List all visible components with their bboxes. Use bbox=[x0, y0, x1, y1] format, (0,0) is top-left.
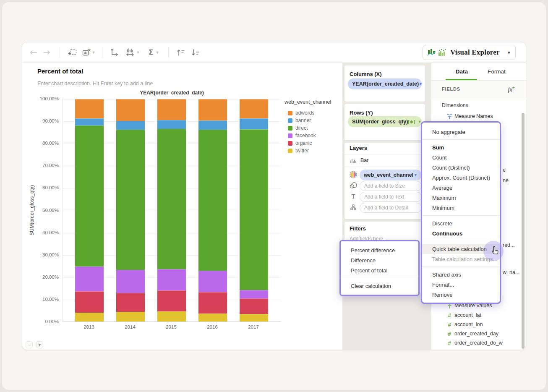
stacked-bar-2014[interactable] bbox=[116, 99, 145, 321]
menu-item-no-aggregate[interactable]: No aggregate bbox=[422, 127, 500, 137]
text-shelf-input[interactable]: Add a field to Text bbox=[360, 192, 422, 202]
bar-segment-twitter[interactable] bbox=[157, 311, 186, 321]
bar-segment-direct[interactable] bbox=[75, 125, 104, 266]
menu-item-average[interactable]: Average bbox=[422, 183, 500, 193]
size-shelf-input[interactable]: Add a field to Size bbox=[360, 181, 422, 191]
add-calculated-field-icon[interactable]: fx+ bbox=[508, 85, 515, 93]
menu-item-shared-axis[interactable]: Shared axis bbox=[422, 269, 500, 280]
bar-segment-organic[interactable] bbox=[240, 298, 268, 314]
bar-segment-direct[interactable] bbox=[198, 130, 227, 270]
bar-segment-facebook[interactable] bbox=[198, 271, 227, 292]
bar-segment-organic[interactable] bbox=[75, 291, 104, 313]
field-order_created_day[interactable]: #order_created_day bbox=[444, 329, 498, 338]
field-account_lat[interactable]: #account_lat bbox=[444, 311, 481, 320]
legend-item-direct[interactable]: direct bbox=[288, 124, 316, 132]
number-icon: # bbox=[444, 312, 454, 319]
menu-item-count[interactable]: Count bbox=[422, 152, 500, 162]
bar-segment-direct[interactable] bbox=[116, 130, 145, 270]
bin-settings-caret-icon[interactable]: ▼ bbox=[135, 42, 141, 63]
back-icon[interactable] bbox=[27, 42, 39, 63]
tab-data[interactable]: Data bbox=[448, 63, 475, 80]
filters-panel-header: Filters bbox=[350, 225, 366, 232]
menu-item-count-distinct[interactable]: Count (Distinct) bbox=[422, 162, 500, 172]
stacked-bar-2017[interactable] bbox=[240, 99, 268, 321]
zoom-in-button[interactable]: + bbox=[36, 341, 43, 348]
color-field-pill[interactable]: web_event_channel ▼ bbox=[360, 170, 422, 180]
bar-segment-adwords[interactable] bbox=[75, 99, 104, 118]
columns-field-pill[interactable]: YEAR(order_created_date) ▼ bbox=[348, 78, 422, 89]
legend-item-twitter[interactable]: twitter bbox=[288, 147, 316, 154]
chevron-down-icon[interactable]: ▼ bbox=[419, 82, 423, 86]
mark-type-label[interactable]: Bar bbox=[360, 157, 368, 163]
menu-item-maximum[interactable]: Maximum bbox=[422, 193, 500, 203]
zoom-out-button[interactable]: − bbox=[26, 341, 33, 348]
menu-item-continuous[interactable]: Continuous bbox=[422, 228, 500, 238]
menu-item-remove[interactable]: Remove bbox=[422, 290, 500, 300]
chevron-down-icon[interactable]: ▼ bbox=[414, 173, 418, 177]
bar-segment-organic[interactable] bbox=[116, 293, 145, 312]
menu-item-percent-of-total[interactable]: Percent of total bbox=[341, 265, 418, 275]
tab-format[interactable]: Format bbox=[483, 63, 510, 80]
aggregate-caret-icon[interactable]: ▼ bbox=[154, 42, 161, 63]
table-calc-badge: [∗] bbox=[408, 119, 415, 125]
bar-segment-twitter[interactable] bbox=[116, 312, 145, 321]
bar-segment-banner[interactable] bbox=[157, 120, 186, 129]
bar-segment-adwords[interactable] bbox=[157, 99, 186, 120]
menu-item-percent-difference[interactable]: Percent difference bbox=[341, 245, 418, 255]
stacked-bar-2016[interactable] bbox=[198, 99, 227, 321]
duplicate-chart-icon[interactable] bbox=[66, 42, 79, 63]
bar-segment-adwords[interactable] bbox=[116, 99, 145, 121]
bar-segment-banner[interactable] bbox=[240, 118, 268, 130]
bar-segment-facebook[interactable] bbox=[157, 269, 186, 290]
legend-item-organic[interactable]: organic bbox=[288, 139, 316, 147]
rows-field-pill[interactable]: SUM(order_gloss_qty) [∗] ▼ bbox=[348, 116, 422, 127]
legend-item-banner[interactable]: banner bbox=[288, 117, 316, 124]
bar-segment-twitter[interactable] bbox=[198, 314, 227, 321]
visual-explorer-button[interactable]: Visual Explorer ▼ bbox=[423, 45, 516, 60]
bar-segment-adwords[interactable] bbox=[240, 99, 268, 118]
menu-item-discrete[interactable]: Discrete bbox=[422, 218, 500, 228]
bar-segment-facebook[interactable] bbox=[75, 267, 104, 292]
bar-segment-organic[interactable] bbox=[198, 292, 227, 314]
chart-title[interactable]: Percent of total bbox=[37, 68, 83, 75]
delete-chart-caret-icon[interactable]: ▼ bbox=[90, 42, 97, 63]
stacked-bar-2015[interactable] bbox=[157, 99, 186, 321]
sort-descending-icon[interactable] bbox=[189, 42, 202, 63]
menu-divider bbox=[422, 215, 500, 216]
sort-ascending-icon[interactable] bbox=[175, 42, 187, 63]
menu-item-difference[interactable]: Difference bbox=[341, 255, 418, 265]
legend-swatch bbox=[288, 118, 292, 123]
menu-item-minimum[interactable]: Minimum bbox=[422, 203, 500, 213]
field-measure-names[interactable]: Measure Names bbox=[444, 112, 493, 120]
bar-segment-twitter[interactable] bbox=[240, 314, 268, 321]
bar-segment-twitter[interactable] bbox=[75, 313, 104, 321]
menu-item-format[interactable]: Format... bbox=[422, 280, 500, 290]
legend-item-adwords[interactable]: adwords bbox=[288, 109, 316, 117]
bar-segment-banner[interactable] bbox=[75, 118, 104, 125]
bar-segment-banner[interactable] bbox=[198, 120, 227, 130]
color-pill-label: web_event_channel bbox=[364, 172, 413, 178]
bar-segment-adwords[interactable] bbox=[198, 99, 227, 120]
menu-item-sum[interactable]: Sum bbox=[422, 142, 500, 152]
forward-icon[interactable] bbox=[41, 42, 53, 63]
menu-item-clear-calculation[interactable]: Clear calculation bbox=[341, 281, 418, 291]
y-tick-label: 70.00% bbox=[29, 163, 59, 168]
bar-segment-organic[interactable] bbox=[157, 290, 186, 311]
bar-segment-direct[interactable] bbox=[157, 129, 186, 269]
field-order_created_do_w[interactable]: #order_created_do_w bbox=[444, 338, 503, 348]
field-account_lon[interactable]: #account_lon bbox=[444, 320, 483, 329]
stacked-bar-2013[interactable] bbox=[75, 99, 104, 321]
legend-item-facebook[interactable]: facebook bbox=[288, 132, 316, 139]
fields-scrollbar[interactable] bbox=[522, 113, 525, 349]
bar-segment-banner[interactable] bbox=[116, 121, 145, 130]
bar-segment-facebook[interactable] bbox=[240, 290, 268, 298]
menu-item-approx-count-distinct[interactable]: Approx. Count (Distinct) bbox=[422, 172, 500, 183]
detail-shelf-input[interactable]: Add a field to Detail bbox=[360, 203, 422, 213]
bar-segment-direct[interactable] bbox=[240, 129, 268, 290]
plot-x-field-title: YEAR(order_created_date) bbox=[63, 90, 281, 96]
legend-label: direct bbox=[295, 125, 308, 131]
swap-axes-icon[interactable] bbox=[107, 42, 120, 63]
bar-segment-facebook[interactable] bbox=[116, 270, 145, 293]
chart-description-placeholder[interactable]: Enter chart description. Hit Enter key t… bbox=[37, 81, 153, 86]
legend-swatch bbox=[288, 133, 292, 138]
